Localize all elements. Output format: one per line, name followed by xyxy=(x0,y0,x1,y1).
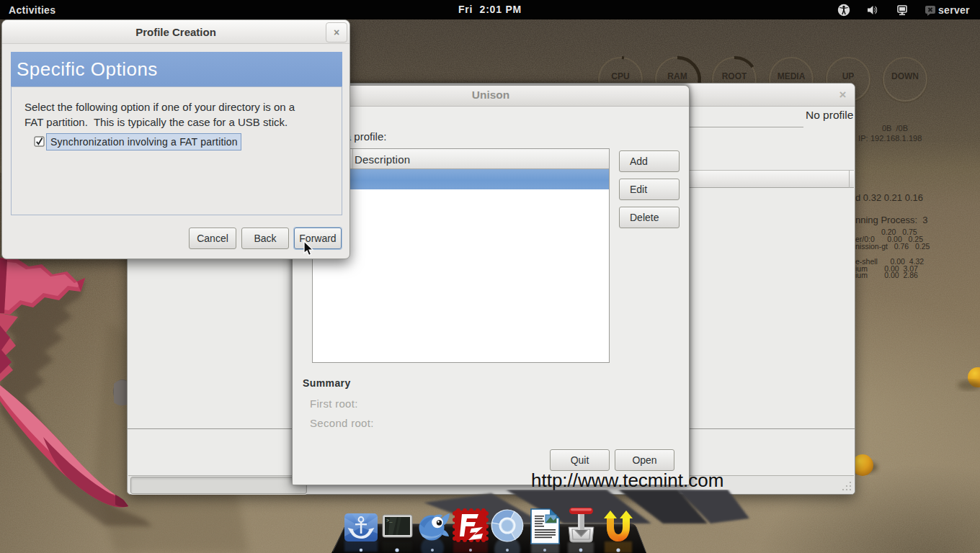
svg-text:CPU: CPU xyxy=(611,71,629,81)
svg-text:ROOT: ROOT xyxy=(722,71,747,81)
svg-text:UP: UP xyxy=(842,71,855,81)
svg-text:DOWN: DOWN xyxy=(891,71,919,81)
svg-text:>_: >_ xyxy=(386,518,393,523)
svg-text:RAM: RAM xyxy=(667,71,687,81)
svg-text:MEDIA: MEDIA xyxy=(778,71,806,81)
